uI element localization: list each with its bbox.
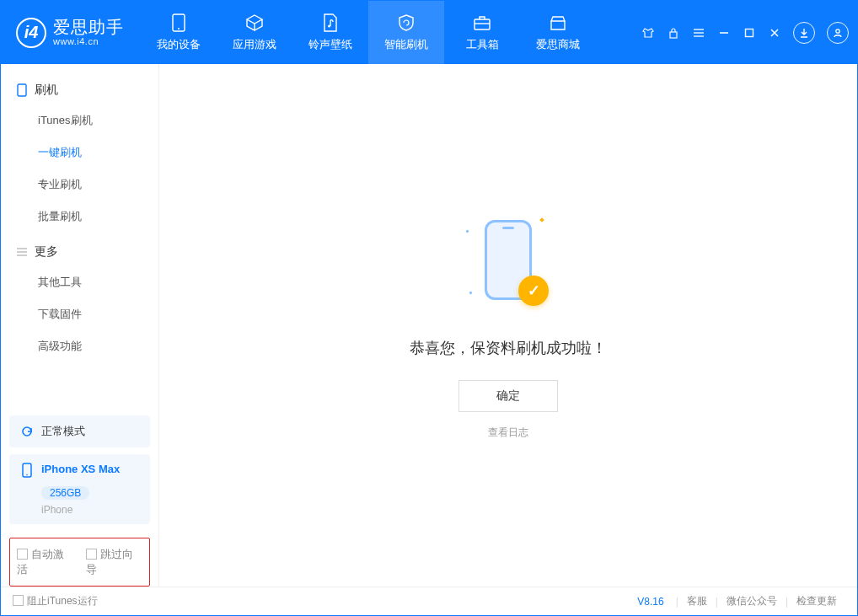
logo-icon: i4 bbox=[16, 18, 46, 48]
tab-my-device[interactable]: 我的设备 bbox=[141, 1, 217, 64]
minimize-icon[interactable] bbox=[717, 26, 731, 40]
tab-store[interactable]: 爱思商城 bbox=[520, 1, 596, 64]
tab-toolbox[interactable]: 工具箱 bbox=[444, 1, 520, 64]
sidebar: 刷机 iTunes刷机 一键刷机 专业刷机 批量刷机 更多 其他工具 下载固件 … bbox=[1, 64, 159, 587]
device-icon bbox=[16, 84, 28, 96]
lock-icon[interactable] bbox=[667, 26, 680, 40]
device-type: iPhone bbox=[19, 504, 140, 516]
tab-flash[interactable]: 智能刷机 bbox=[368, 1, 444, 64]
sync-icon bbox=[19, 424, 35, 439]
svg-point-1 bbox=[178, 28, 180, 29]
sidebar-section-flash: 刷机 bbox=[1, 76, 158, 104]
view-log-link[interactable]: 查看日志 bbox=[488, 426, 528, 440]
svg-rect-10 bbox=[746, 29, 753, 36]
svg-rect-14 bbox=[18, 84, 26, 96]
svg-point-19 bbox=[26, 474, 28, 476]
store-icon bbox=[549, 13, 567, 32]
sidebar-item-itunes-flash[interactable]: iTunes刷机 bbox=[1, 104, 158, 137]
main-tabs: 我的设备 应用游戏 铃声壁纸 智能刷机 工具箱 爱思商城 bbox=[141, 1, 596, 64]
svg-rect-5 bbox=[670, 32, 677, 38]
success-illustration: ✓ bbox=[458, 212, 559, 313]
download-button[interactable] bbox=[793, 22, 815, 44]
app-name: 爱思助手 bbox=[53, 18, 124, 36]
shirt-icon[interactable] bbox=[641, 26, 655, 40]
device-name: iPhone XS Max bbox=[41, 463, 120, 475]
device-card[interactable]: iPhone XS Max 256GB iPhone bbox=[9, 454, 150, 524]
title-bar: i4 爱思助手 www.i4.cn 我的设备 应用游戏 铃声壁纸 智能刷机 工具… bbox=[1, 1, 857, 64]
phone-outline-icon bbox=[19, 463, 35, 478]
ok-button[interactable]: 确定 bbox=[458, 380, 558, 412]
account-button[interactable] bbox=[827, 22, 849, 44]
auto-activate-checkbox[interactable]: 自动激活 bbox=[17, 547, 74, 577]
footer-link-service[interactable]: 客服 bbox=[678, 594, 716, 608]
svg-rect-3 bbox=[475, 19, 490, 29]
main-content: ✓ 恭喜您，保资料刷机成功啦！ 确定 查看日志 bbox=[159, 64, 857, 587]
flash-options-row: 自动激活 跳过向导 bbox=[9, 538, 150, 587]
sidebar-item-pro-flash[interactable]: 专业刷机 bbox=[1, 169, 158, 201]
shield-refresh-icon bbox=[397, 13, 416, 32]
close-icon[interactable] bbox=[768, 26, 781, 40]
mode-card[interactable]: 正常模式 bbox=[9, 415, 150, 447]
cube-icon bbox=[245, 13, 264, 32]
toolbox-icon bbox=[473, 13, 491, 32]
phone-icon bbox=[169, 13, 188, 32]
footer-link-wechat[interactable]: 微信公众号 bbox=[718, 594, 786, 608]
sidebar-item-advanced[interactable]: 高级功能 bbox=[1, 330, 158, 362]
skip-guide-checkbox[interactable]: 跳过向导 bbox=[86, 547, 143, 577]
status-bar: 阻止iTunes运行 V8.16 | 客服 | 微信公众号 | 检查更新 bbox=[1, 587, 857, 615]
sidebar-section-more: 更多 bbox=[1, 238, 158, 266]
app-url: www.i4.cn bbox=[53, 36, 124, 46]
storage-badge: 256GB bbox=[41, 486, 89, 500]
menu-icon[interactable] bbox=[692, 26, 705, 40]
music-file-icon bbox=[321, 13, 340, 32]
check-icon: ✓ bbox=[518, 276, 549, 306]
footer-link-update[interactable]: 检查更新 bbox=[788, 594, 845, 608]
window-controls bbox=[641, 22, 849, 44]
sidebar-item-oneclick-flash[interactable]: 一键刷机 bbox=[1, 137, 158, 169]
success-message: 恭喜您，保资料刷机成功啦！ bbox=[410, 338, 607, 358]
svg-point-13 bbox=[836, 29, 839, 32]
svg-point-2 bbox=[328, 24, 330, 27]
sidebar-item-other-tools[interactable]: 其他工具 bbox=[1, 266, 158, 298]
sidebar-item-firmware[interactable]: 下载固件 bbox=[1, 298, 158, 330]
version-label: V8.16 bbox=[637, 596, 663, 608]
mode-label: 正常模式 bbox=[41, 424, 85, 439]
block-itunes-checkbox[interactable]: 阻止iTunes运行 bbox=[13, 594, 98, 608]
app-logo: i4 爱思助手 www.i4.cn bbox=[16, 18, 124, 48]
maximize-icon[interactable] bbox=[743, 26, 756, 40]
sidebar-item-batch-flash[interactable]: 批量刷机 bbox=[1, 201, 158, 233]
tab-apps[interactable]: 应用游戏 bbox=[217, 1, 292, 64]
tab-ringtones[interactable]: 铃声壁纸 bbox=[292, 1, 368, 64]
list-icon bbox=[16, 246, 28, 258]
